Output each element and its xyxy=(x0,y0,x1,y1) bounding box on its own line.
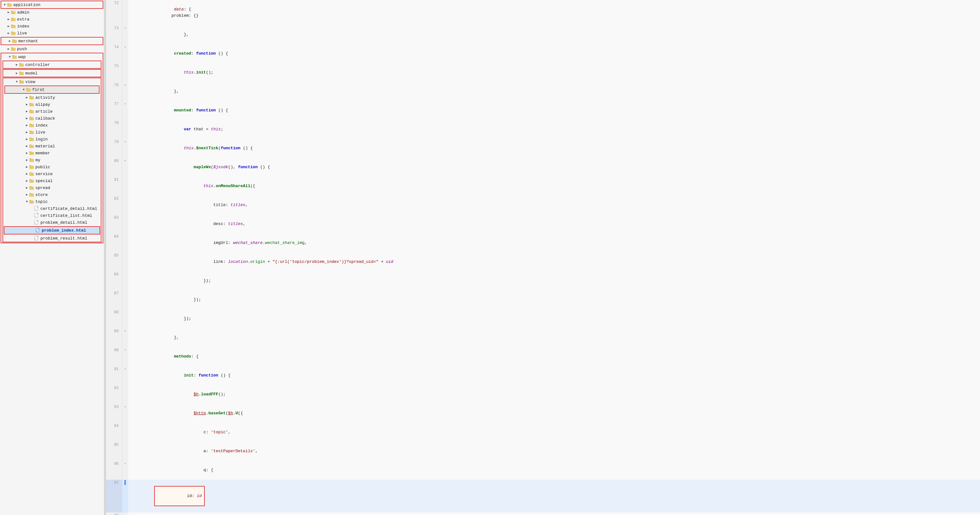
tree-item-problem-result[interactable]: H problem_result.html xyxy=(3,235,101,242)
tree-label-topic: topic xyxy=(35,200,48,204)
tree-item-admin[interactable]: ▶ admin xyxy=(0,9,104,16)
arrow-icon: ▶ xyxy=(25,186,29,190)
tree-item-store[interactable]: ▶ store xyxy=(3,191,101,198)
tree-item-special[interactable]: ▶ special xyxy=(3,177,101,184)
tree-item-extra[interactable]: ▶ extra xyxy=(0,16,104,23)
svg-rect-27 xyxy=(29,103,31,104)
tree-item-merchant[interactable]: ▶ merchant xyxy=(1,38,103,44)
tree-item-problem-index[interactable]: H problem_index.html xyxy=(5,227,100,234)
line-number: 96 xyxy=(106,461,122,480)
code-content: q: { xyxy=(128,461,980,480)
tree-item-public[interactable]: ▶ public xyxy=(3,163,101,170)
tree-item-certificate-detail[interactable]: H certificate_detail.html xyxy=(3,205,101,212)
svg-rect-51 xyxy=(29,186,31,187)
tree-item-my[interactable]: ▶ my xyxy=(3,157,101,163)
tree-item-problem-detail[interactable]: H problem_detail.html xyxy=(3,219,101,226)
tree-item-index2[interactable]: ▶ index xyxy=(3,122,101,129)
svg-rect-5 xyxy=(11,17,13,19)
arrow-icon: ▶ xyxy=(25,165,29,169)
tree-item-first[interactable]: ▼ first xyxy=(5,86,99,93)
code-content: }, xyxy=(128,82,980,101)
tree-label-article: article xyxy=(35,109,53,114)
arrow-icon: ▶ xyxy=(14,63,19,67)
arrow-icon: ▼ xyxy=(21,88,26,92)
tree-item-login[interactable]: ▶ login xyxy=(3,136,101,143)
svg-rect-43 xyxy=(29,158,31,159)
tree-item-spread[interactable]: ▶ spread xyxy=(3,184,101,191)
line-number: 91 xyxy=(106,366,122,385)
arrow-icon: ▶ xyxy=(25,109,29,113)
tree-item-activity[interactable]: ▶ activity xyxy=(3,94,101,101)
code-content: data: { problem: {} xyxy=(128,0,980,25)
code-content: }, xyxy=(128,25,980,44)
fold-gutter xyxy=(122,0,128,25)
line-number: 78 xyxy=(106,120,122,139)
svg-rect-11 xyxy=(12,40,14,40)
tree-item-service[interactable]: ▶ service xyxy=(3,170,101,177)
folder-icon xyxy=(29,179,34,183)
code-line-98: 98 } xyxy=(106,512,980,515)
svg-rect-10 xyxy=(12,40,17,43)
tree-label-alipay: alipay xyxy=(35,102,50,107)
tree-item-wap[interactable]: ▼ wap xyxy=(1,53,103,60)
line-number: 75 xyxy=(106,63,122,82)
folder-icon xyxy=(19,63,24,67)
tree-item-article[interactable]: ▶ article xyxy=(3,108,101,115)
svg-rect-54 xyxy=(29,201,34,204)
tree-item-application[interactable]: ▼ application xyxy=(1,1,103,8)
html-file-icon: H xyxy=(34,206,39,211)
folder-icon xyxy=(19,71,24,75)
tree-label-index2: index xyxy=(35,123,48,128)
tree-item-certificate-list[interactable]: H certificate_list.html xyxy=(3,212,101,219)
svg-rect-31 xyxy=(29,117,31,118)
line-number: 86 xyxy=(106,271,122,290)
arrow-icon: ▶ xyxy=(25,172,29,176)
folder-icon xyxy=(12,39,17,43)
code-line-76: 76 ▾ }, xyxy=(106,82,980,101)
arrow-icon: ▶ xyxy=(25,179,29,183)
tree-item-callback[interactable]: ▶ callback xyxy=(3,115,101,122)
tree-item-controller[interactable]: ▶ controller xyxy=(3,61,101,68)
fold-gutter xyxy=(122,423,128,442)
tree-item-push[interactable]: ▶ push xyxy=(0,46,104,52)
line-number: 73 xyxy=(106,25,122,44)
arrow-icon: ▶ xyxy=(25,103,29,106)
html-file-icon: H xyxy=(34,236,39,241)
tree-item-alipay[interactable]: ▶ alipay xyxy=(3,101,101,108)
folder-icon xyxy=(29,144,34,148)
arrow-icon: ▶ xyxy=(14,71,19,75)
svg-rect-9 xyxy=(11,32,13,33)
svg-rect-35 xyxy=(29,131,31,132)
code-content: $h.loadFFF(); xyxy=(128,385,980,404)
tree-item-live[interactable]: ▶ live xyxy=(0,30,104,36)
arrow-icon: ▶ xyxy=(25,158,29,162)
folder-icon xyxy=(26,88,31,92)
code-line-88: 88 }); xyxy=(106,309,980,328)
code-line-80: 80 ▾ mapleWx($jssdk(), function () { xyxy=(106,158,980,177)
arrow-icon: ▶ xyxy=(25,124,29,127)
tree-label-index: index xyxy=(17,24,29,29)
line-number: 92 xyxy=(106,385,122,404)
tree-item-live2[interactable]: ▶ live xyxy=(3,129,101,136)
tree-item-material[interactable]: ▶ material xyxy=(3,143,101,150)
file-tree-sidebar[interactable]: ▼ application ▶ admin ▶ xyxy=(0,0,104,515)
tree-item-index[interactable]: ▶ index xyxy=(0,23,104,30)
code-editor: 72 data: { problem: {} 73 ▾ }, xyxy=(106,0,980,515)
svg-rect-2 xyxy=(11,11,16,14)
tree-item-model[interactable]: ▶ model xyxy=(3,70,101,77)
line-number: 85 xyxy=(106,252,122,271)
line-number: 93 xyxy=(106,404,122,423)
svg-rect-4 xyxy=(11,18,16,21)
fold-gutter: ▾ xyxy=(122,139,128,158)
html-file-icon: H xyxy=(34,220,39,225)
svg-rect-20 xyxy=(19,81,24,84)
tree-item-member[interactable]: ▶ member xyxy=(3,150,101,157)
fold-gutter xyxy=(122,177,128,196)
svg-rect-21 xyxy=(19,80,21,81)
tree-item-view[interactable]: ▼ view xyxy=(3,78,101,85)
code-content: a: 'testPaperDetails', xyxy=(128,442,980,461)
tree-item-topic[interactable]: ▼ topic xyxy=(3,198,101,205)
code-content: mapleWx($jssdk(), function () { xyxy=(128,158,980,177)
code-line-84: 84 imgUrl: wechat_share.wechat_share_img… xyxy=(106,233,980,252)
svg-rect-50 xyxy=(29,187,34,190)
